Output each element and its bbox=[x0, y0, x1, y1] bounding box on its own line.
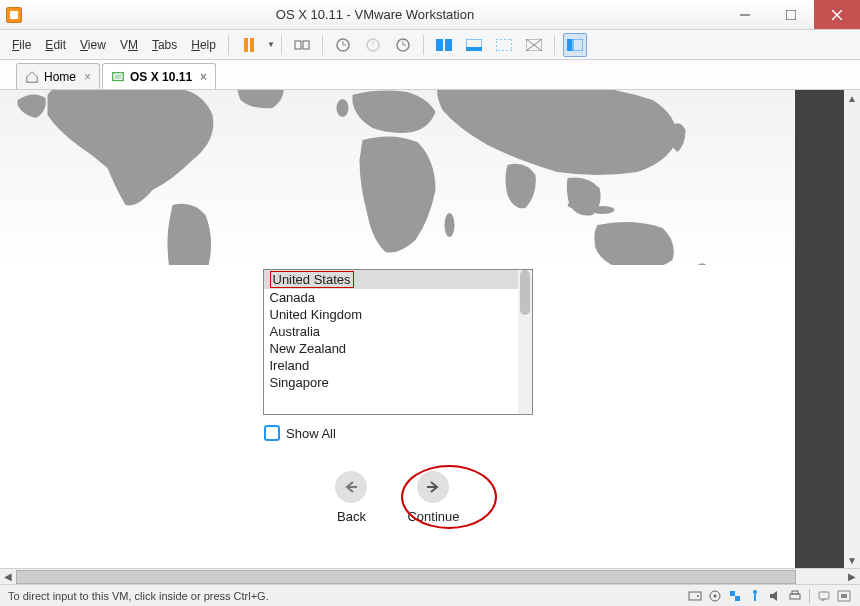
revert-snapshot-button[interactable] bbox=[361, 33, 385, 57]
country-item-us[interactable]: United States bbox=[264, 270, 518, 289]
svg-rect-25 bbox=[115, 74, 122, 78]
sound-icon[interactable] bbox=[767, 588, 783, 604]
svg-rect-23 bbox=[573, 39, 583, 51]
scroll-right-icon[interactable]: ▶ bbox=[844, 570, 860, 584]
svg-point-31 bbox=[697, 595, 699, 597]
country-item[interactable]: Australia bbox=[264, 323, 518, 340]
status-bar: To direct input to this VM, click inside… bbox=[0, 584, 860, 606]
svg-rect-17 bbox=[466, 47, 482, 51]
clock-manage-icon bbox=[395, 37, 411, 53]
scrollbar-thumb[interactable] bbox=[16, 570, 796, 584]
content-area: United States Canada United Kingdom Aust… bbox=[0, 90, 860, 568]
country-item[interactable]: Singapore bbox=[264, 374, 518, 391]
screen-x-icon bbox=[526, 39, 542, 51]
input-grab-icon[interactable] bbox=[836, 588, 852, 604]
usb-icon[interactable] bbox=[747, 588, 763, 604]
clock-revert-icon bbox=[365, 37, 381, 53]
svg-rect-35 bbox=[735, 596, 740, 601]
svg-rect-34 bbox=[730, 591, 735, 596]
separator bbox=[228, 35, 229, 55]
country-item[interactable]: United Kingdom bbox=[264, 306, 518, 323]
library-icon bbox=[567, 39, 583, 51]
app-icon bbox=[6, 7, 22, 23]
continue-label: Continue bbox=[407, 509, 459, 524]
country-item[interactable]: Canada bbox=[264, 289, 518, 306]
svg-rect-22 bbox=[567, 39, 572, 51]
fullscreen-button[interactable] bbox=[432, 33, 456, 57]
svg-rect-18 bbox=[496, 39, 512, 51]
status-hint: To direct input to this VM, click inside… bbox=[8, 590, 687, 602]
menu-vm[interactable]: VM bbox=[114, 35, 144, 55]
svg-point-28 bbox=[337, 99, 349, 117]
pause-button[interactable] bbox=[237, 33, 261, 57]
menu-file[interactable]: File bbox=[6, 35, 37, 55]
svg-rect-5 bbox=[303, 41, 309, 49]
snapshot-button[interactable] bbox=[331, 33, 355, 57]
svg-rect-1 bbox=[786, 10, 796, 20]
separator bbox=[322, 35, 323, 55]
tab-home[interactable]: Home × bbox=[16, 63, 100, 89]
country-item[interactable]: Ireland bbox=[264, 357, 518, 374]
tab-bar: Home × OS X 10.11 × bbox=[0, 60, 860, 90]
menu-bar: File Edit View VM Tabs Help ▼ bbox=[0, 30, 860, 60]
close-button[interactable] bbox=[814, 0, 860, 29]
menu-edit[interactable]: Edit bbox=[39, 35, 72, 55]
continue-button[interactable]: Continue bbox=[407, 471, 459, 524]
cd-icon[interactable] bbox=[707, 588, 723, 604]
scroll-left-icon[interactable]: ◀ bbox=[0, 570, 16, 584]
svg-rect-4 bbox=[295, 41, 301, 49]
clock-icon bbox=[335, 37, 351, 53]
vm-black-border bbox=[795, 90, 844, 568]
menu-help[interactable]: Help bbox=[185, 35, 222, 55]
vm-display[interactable]: United States Canada United Kingdom Aust… bbox=[0, 90, 795, 568]
stretch-button[interactable] bbox=[522, 33, 546, 57]
show-all-checkbox[interactable] bbox=[264, 425, 280, 441]
tab-label: Home bbox=[44, 70, 76, 84]
screen-dashed-icon bbox=[496, 39, 512, 51]
printer-icon[interactable] bbox=[787, 588, 803, 604]
pause-icon bbox=[244, 38, 254, 52]
unity-button[interactable] bbox=[462, 33, 486, 57]
tab-osx[interactable]: OS X 10.11 × bbox=[102, 63, 216, 89]
tab-label: OS X 10.11 bbox=[130, 70, 192, 84]
send-ctrl-alt-del-button[interactable] bbox=[290, 33, 314, 57]
show-all-label: Show All bbox=[286, 426, 336, 441]
scroll-down-icon[interactable]: ▼ bbox=[844, 552, 860, 568]
send-keys-icon bbox=[294, 38, 310, 52]
svg-rect-15 bbox=[445, 39, 452, 51]
scroll-up-icon[interactable]: ▲ bbox=[844, 90, 860, 106]
svg-rect-30 bbox=[689, 592, 701, 600]
tab-close-icon[interactable]: × bbox=[84, 70, 91, 84]
power-dropdown[interactable]: ▼ bbox=[267, 40, 275, 49]
menu-tabs[interactable]: Tabs bbox=[146, 35, 183, 55]
network-icon[interactable] bbox=[727, 588, 743, 604]
country-item[interactable]: New Zealand bbox=[264, 340, 518, 357]
tab-close-icon[interactable]: × bbox=[200, 70, 207, 84]
library-toggle-button[interactable] bbox=[563, 33, 587, 57]
country-scrollbar[interactable] bbox=[518, 270, 532, 414]
svg-point-33 bbox=[714, 594, 717, 597]
menu-view[interactable]: View bbox=[74, 35, 112, 55]
window-title: OS X 10.11 - VMware Workstation bbox=[28, 7, 722, 22]
vertical-scrollbar[interactable]: ▲ ▼ bbox=[844, 90, 860, 568]
horizontal-scrollbar[interactable]: ◀ ▶ bbox=[0, 568, 860, 584]
vm-icon bbox=[111, 70, 125, 84]
svg-point-27 bbox=[591, 206, 615, 214]
arrow-left-icon bbox=[342, 478, 360, 496]
message-icon[interactable] bbox=[816, 588, 832, 604]
window-title-bar: OS X 10.11 - VMware Workstation bbox=[0, 0, 860, 30]
arrow-right-icon bbox=[424, 478, 442, 496]
back-button[interactable]: Back bbox=[335, 471, 367, 524]
country-list[interactable]: United States Canada United Kingdom Aust… bbox=[263, 269, 533, 415]
manage-snapshots-button[interactable] bbox=[391, 33, 415, 57]
disk-icon[interactable] bbox=[687, 588, 703, 604]
home-icon bbox=[25, 70, 39, 84]
svg-rect-40 bbox=[819, 592, 829, 599]
world-map bbox=[0, 90, 795, 265]
scrollbar-thumb[interactable] bbox=[520, 270, 530, 315]
back-label: Back bbox=[337, 509, 366, 524]
console-view-button[interactable] bbox=[492, 33, 516, 57]
maximize-button[interactable] bbox=[768, 0, 814, 29]
svg-rect-39 bbox=[792, 591, 798, 594]
minimize-button[interactable] bbox=[722, 0, 768, 29]
